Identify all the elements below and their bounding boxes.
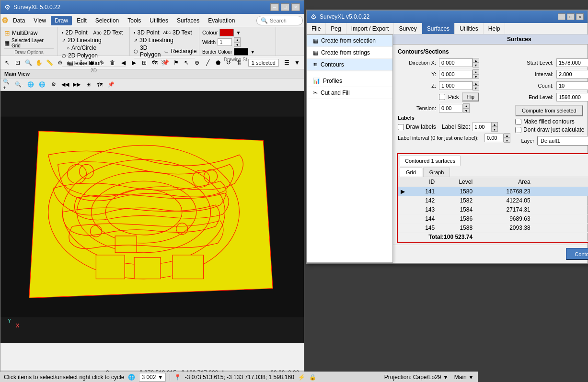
view-pin[interactable]: 📌 bbox=[106, 80, 116, 90]
tool-rotate[interactable]: ↺ bbox=[224, 58, 233, 67]
dialog-menu-utilities[interactable]: Utilities bbox=[455, 23, 484, 34]
tension-input[interactable] bbox=[439, 104, 463, 112]
tab-graph[interactable]: Graph bbox=[423, 168, 450, 177]
view-forward[interactable]: ▶▶ bbox=[71, 80, 82, 90]
view-zoom-in[interactable]: 🔍+ bbox=[2, 80, 13, 90]
tension-up[interactable]: ▲ bbox=[463, 103, 470, 108]
dialog-menu-surfaces[interactable]: Surfaces bbox=[422, 23, 455, 34]
menu-surfaces[interactable]: Surfaces bbox=[173, 16, 203, 25]
tool-delete[interactable]: 🗑 bbox=[108, 58, 117, 67]
menu-draw[interactable]: Draw bbox=[51, 16, 72, 25]
tool-zoom[interactable]: 🔍 bbox=[23, 58, 33, 67]
tool-measure[interactable]: 📏 bbox=[45, 58, 54, 67]
menu-data[interactable]: Data bbox=[9, 16, 29, 25]
tool-select[interactable]: ⊡ bbox=[13, 58, 23, 67]
tool-layers[interactable]: ▤ bbox=[66, 58, 75, 67]
dropdown-create-from-selection[interactable]: ▦ Create from selection bbox=[307, 35, 392, 47]
tool-line[interactable]: ╱ bbox=[203, 58, 212, 67]
y-spin-down[interactable]: ▼ bbox=[473, 74, 479, 79]
dialog-minimize[interactable]: ─ bbox=[558, 13, 565, 20]
colour-picker[interactable] bbox=[219, 29, 234, 36]
contour-button[interactable]: Contour bbox=[566, 248, 588, 260]
tool-3d-polygon[interactable]: 3D Polygon bbox=[140, 45, 161, 58]
draw-labels-checkbox[interactable] bbox=[398, 124, 404, 130]
li-down[interactable]: ▼ bbox=[504, 138, 510, 143]
dialog-menu-peg[interactable]: Peg bbox=[326, 23, 346, 34]
table-row[interactable]: 143 1584 27174.31 54348.6205806315 bbox=[398, 205, 588, 214]
projection-label[interactable]: Projection: Cape/Lo29 ▼ bbox=[384, 374, 449, 381]
dialog-menu-survey[interactable]: Survey bbox=[394, 23, 422, 34]
ls-down[interactable]: ▼ bbox=[491, 127, 498, 132]
tool-3d-point[interactable]: 3D Point bbox=[138, 29, 160, 36]
tool-edit[interactable]: ✎ bbox=[97, 58, 107, 67]
direction-x-input[interactable] bbox=[439, 58, 473, 67]
dialog-close[interactable]: ✕ bbox=[576, 13, 584, 20]
ls-up[interactable]: ▲ bbox=[491, 122, 498, 127]
dialog-maximize[interactable]: □ bbox=[567, 13, 575, 20]
direction-z-input[interactable] bbox=[439, 81, 473, 90]
tool-3d-linestring[interactable]: 3D Linestring bbox=[139, 37, 173, 44]
tool-settings[interactable]: ⚙ bbox=[55, 58, 65, 67]
maximize-button[interactable]: □ bbox=[281, 3, 289, 11]
table-row[interactable]: 142 1582 41224.05 82448.107416296 bbox=[398, 196, 588, 205]
interval-input[interactable] bbox=[556, 70, 588, 79]
tool-polygon2[interactable]: ⬟ bbox=[213, 58, 223, 67]
dialog-menu-import-export[interactable]: Import / Export bbox=[346, 23, 394, 34]
tool-node[interactable]: ◆ bbox=[87, 58, 96, 67]
start-level-input[interactable] bbox=[556, 58, 588, 67]
tool-list[interactable]: ☰ bbox=[282, 58, 291, 67]
dont-draw-checkbox[interactable] bbox=[515, 127, 521, 133]
view-globe1[interactable]: 🌐 bbox=[25, 80, 36, 90]
table-row[interactable]: ▶ 141 1580 16768.23 33536.4502573537 bbox=[398, 187, 588, 196]
pick-checkbox[interactable] bbox=[439, 94, 445, 100]
search-box[interactable]: 🔍 bbox=[256, 16, 303, 25]
table-row[interactable]: 144 1586 9689.63 19379.2533833236 bbox=[398, 214, 588, 224]
view-map[interactable]: 🗺 bbox=[94, 80, 105, 90]
x-spin-up[interactable]: ▲ bbox=[473, 58, 479, 63]
direction-y-input[interactable] bbox=[439, 70, 473, 79]
tool-3d-text[interactable]: 3D Text bbox=[173, 29, 192, 36]
table-row[interactable]: 145 1588 2093.38 4186.751859112 bbox=[398, 224, 588, 233]
tool-arc-circle[interactable]: Arc/Circle bbox=[71, 45, 96, 51]
dropdown-contours[interactable]: ≋ Contours bbox=[307, 59, 392, 71]
label-size-input[interactable] bbox=[472, 123, 491, 131]
menu-evaluation[interactable]: Evaluation bbox=[204, 16, 239, 25]
dropdown-profiles[interactable]: 📊 Profiles bbox=[307, 75, 392, 87]
view-back[interactable]: ◀◀ bbox=[60, 80, 70, 90]
menu-edit[interactable]: Edit bbox=[73, 16, 91, 25]
width-down[interactable]: ▼ bbox=[234, 42, 241, 47]
canvas-area[interactable]: Y X bbox=[0, 91, 304, 343]
menu-selection[interactable]: Selection bbox=[92, 16, 123, 25]
tool-more2[interactable]: ▶ bbox=[129, 58, 138, 67]
label-interval-input[interactable] bbox=[484, 134, 504, 142]
view-grid[interactable]: ⊞ bbox=[83, 80, 93, 90]
width-input[interactable] bbox=[218, 38, 232, 46]
tab-grid[interactable]: Grid bbox=[400, 168, 422, 177]
tool-pin[interactable]: 📌 bbox=[161, 58, 170, 67]
tool-map[interactable]: 🗺 bbox=[150, 58, 160, 67]
make-filled-checkbox[interactable] bbox=[515, 119, 521, 125]
tool-2d-text[interactable]: 2D Text bbox=[104, 29, 123, 36]
tension-down[interactable]: ▼ bbox=[463, 108, 470, 113]
view-zoom-out[interactable]: 🔍- bbox=[14, 80, 24, 90]
view-settings[interactable]: ⚙ bbox=[48, 80, 59, 90]
layer-select[interactable]: Default1 bbox=[537, 136, 588, 146]
tool-dropdown[interactable]: ▼ bbox=[292, 58, 302, 67]
menu-utilities[interactable]: Utilities bbox=[146, 16, 172, 25]
z-spin-up[interactable]: ▲ bbox=[473, 81, 479, 86]
tool-flag[interactable]: ⚑ bbox=[171, 58, 181, 67]
tool-info[interactable]: ℹ bbox=[76, 58, 86, 67]
menu-tools[interactable]: Tools bbox=[124, 16, 145, 25]
count-input[interactable] bbox=[556, 81, 588, 90]
search-input[interactable] bbox=[270, 18, 299, 23]
tool-snap[interactable]: ⊕ bbox=[192, 58, 202, 67]
view-globe2[interactable]: 🌐 bbox=[37, 80, 47, 90]
li-up[interactable]: ▲ bbox=[504, 133, 510, 138]
tool-arrow[interactable]: ↖ bbox=[2, 58, 12, 67]
tool-2d-point[interactable]: 2D Point bbox=[66, 29, 88, 36]
tool-flip[interactable]: ⇅ bbox=[234, 58, 244, 67]
dropdown-cut-fill[interactable]: ✂ Cut and Fill bbox=[307, 87, 392, 99]
contoured-tab[interactable]: Contoured 1 surfaces bbox=[400, 156, 461, 166]
menu-view[interactable]: View bbox=[30, 16, 50, 25]
tool-rectangle[interactable]: Rectangle bbox=[171, 48, 196, 55]
